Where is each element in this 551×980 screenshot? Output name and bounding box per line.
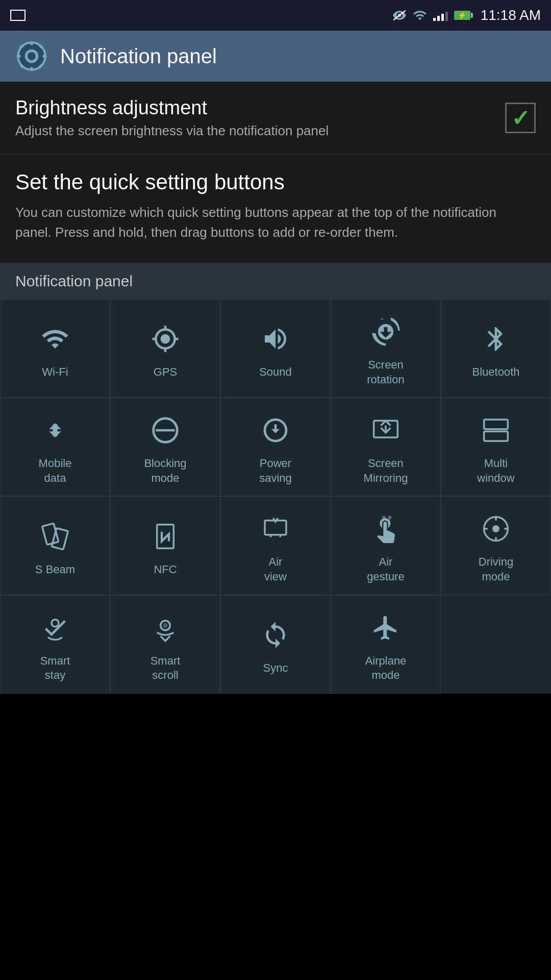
quick-settings-description: You can customize which quick setting bu… [15,203,536,242]
thumbnail-status-icon [10,10,26,21]
svg-rect-18 [42,523,59,545]
brightness-title: Brightness adjustment [15,97,329,119]
sound-icon [261,321,290,357]
nfc-icon [151,519,180,554]
smart-stay-icon [41,610,69,646]
sync-icon [261,617,290,653]
signal-icon [433,10,448,21]
svg-rect-16 [484,420,508,429]
brightness-adjustment-section: Brightness adjustment Adjust the screen … [0,82,551,155]
screen-mirroring-label: ScreenMirroring [364,456,408,485]
s-beam-label: S Beam [35,562,75,577]
grid-item-smart-scroll[interactable]: Smartscroll [110,595,220,694]
grid-item-power-saving[interactable]: Powersaving [220,398,331,496]
airplane-mode-icon [371,610,400,646]
mobile-data-label: Mobiledata [39,456,72,485]
airplane-mode-label: Airplanemode [365,654,407,683]
brightness-checkbox[interactable]: ✓ [505,103,536,133]
air-view-label: Airview [264,555,287,584]
grid-item-gps[interactable]: GPS [110,299,220,398]
panel-label: Notification panel [0,263,551,299]
air-view-icon [261,511,290,547]
driving-mode-label: Drivingmode [479,555,513,584]
multi-window-icon [482,412,510,448]
blocking-mode-label: Blockingmode [144,456,186,485]
grid-item-screen-mirroring[interactable]: ScreenMirroring [331,398,441,496]
svg-point-23 [492,525,499,532]
screen-rotation-label: Screenrotation [367,358,404,387]
grid-item-airplane-mode[interactable]: Airplanemode [331,595,441,694]
grid-item-bluetooth[interactable]: Bluetooth [441,299,551,398]
sound-label: Sound [259,365,292,380]
svg-point-3 [28,52,36,60]
wifi-icon [41,321,69,357]
grid-item-air-gesture[interactable]: Airgesture [331,496,441,595]
quick-settings-grid: Wi-Fi GPS Sound Screenrotation Bluetooth… [0,299,551,694]
multi-window-label: Multiwindow [477,456,514,485]
smart-scroll-label: Smartscroll [151,654,181,683]
air-gesture-icon [371,511,400,547]
checkmark-icon: ✓ [511,105,530,131]
s-beam-icon [41,519,69,554]
grid-item-smart-stay[interactable]: Smartstay [0,595,110,694]
grid-item-nfc[interactable]: NFC [110,496,220,595]
gps-icon [151,321,180,357]
smart-stay-label: Smartstay [40,654,70,683]
brightness-description: Adjust the screen brightness via the not… [15,123,329,139]
mobile-data-icon [41,412,69,448]
air-gesture-label: Airgesture [367,555,404,584]
svg-rect-7 [42,55,46,57]
power-saving-icon [261,412,290,448]
status-time: 11:18 AM [481,7,541,23]
grid-item-screen-rotation[interactable]: Screenrotation [331,299,441,398]
status-bar: ⚡ 11:18 AM [0,0,551,31]
eye-icon [392,8,407,22]
grid-item-multi-window[interactable]: Multiwindow [441,398,551,496]
quick-settings-section: Set the quick setting buttons You can cu… [0,155,551,263]
svg-point-28 [52,619,59,626]
smart-scroll-icon [151,610,180,646]
grid-item-s-beam[interactable]: S Beam [0,496,110,595]
svg-rect-19 [52,528,68,549]
svg-rect-4 [30,41,33,45]
nfc-label: NFC [154,562,177,577]
bluetooth-label: Bluetooth [472,365,520,380]
page-title: Notification panel [60,45,217,68]
screen-mirroring-icon [371,412,400,448]
wifi-status-icon [413,8,427,22]
grid-item-blocking-mode[interactable]: Blockingmode [110,398,220,496]
brightness-text: Brightness adjustment Adjust the screen … [15,97,329,139]
grid-item-mobile-data[interactable]: Mobiledata [0,398,110,496]
svg-rect-17 [484,432,508,442]
grid-item-air-view[interactable]: Airview [220,496,331,595]
svg-point-30 [163,623,167,627]
power-saving-label: Powersaving [259,456,292,485]
blocking-mode-icon [151,412,180,448]
page-header: Notification panel [0,31,551,82]
grid-item-wifi[interactable]: Wi-Fi [0,299,110,398]
quick-settings-title: Set the quick setting buttons [15,170,536,194]
driving-mode-icon [482,511,510,547]
svg-rect-6 [17,55,21,57]
settings-gear-icon [15,40,48,72]
grid-item-driving-mode[interactable]: Drivingmode [441,496,551,595]
sync-label: Sync [263,661,288,676]
grid-item-sound[interactable]: Sound [220,299,331,398]
screen-rotation-icon [371,314,400,350]
gps-label: GPS [154,365,177,380]
wifi-label: Wi-Fi [42,365,68,380]
battery-icon: ⚡ [454,11,470,20]
svg-rect-5 [30,67,33,71]
bluetooth-icon [482,321,510,357]
grid-item-sync[interactable]: Sync [220,595,331,694]
